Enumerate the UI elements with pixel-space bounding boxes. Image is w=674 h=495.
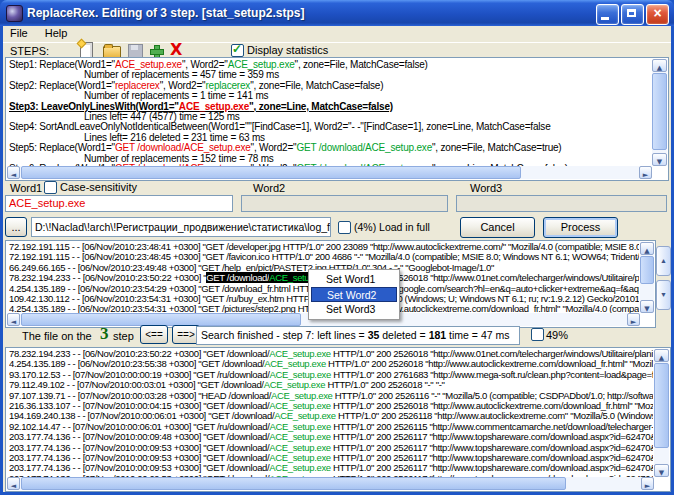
scroll-down-icon: ▼ [657,158,662,166]
word1-label: Word1 [10,182,42,194]
add-step-icon[interactable] [149,44,162,57]
context-menu-item[interactable]: Set Word3 [311,302,397,317]
scroll-down-button[interactable]: ▼ [640,300,654,313]
menu-bar: File Help [3,26,671,43]
menu-help[interactable]: Help [38,26,75,40]
log2-horizontal-scrollbar[interactable]: ◄ ► [7,477,654,490]
load-in-full-checkbox[interactable] [338,221,351,234]
steps-hscroll-thumb[interactable] [21,166,521,179]
log1-vertical-scrollbar[interactable]: ▲ ▼ [640,242,654,313]
scroll-up-icon: ▲ [657,64,662,72]
case-sensitivity-label: Case-sensitivity [60,181,137,193]
scroll-down-button[interactable]: ▼ [654,464,669,477]
scroll-up-button[interactable]: ▲ [654,349,669,362]
context-menu: Set Word1Set Word2Set Word3 [308,269,400,320]
cancel-button[interactable]: Cancel [460,217,535,238]
maximize-icon [627,9,636,17]
checkmark-icon: ✓ [232,42,242,56]
word3-input[interactable] [456,195,667,212]
scroll-up-icon: ▲ [644,247,649,255]
scroll-right-icon: ► [631,318,636,326]
scroll-right-icon: ► [645,482,650,490]
load-in-full-label: (4%) Load in full [354,221,430,233]
word2-label: Word2 [253,182,285,194]
word2-input[interactable] [241,195,448,212]
minimize-button[interactable] [596,4,619,25]
steps-vscroll-thumb[interactable] [652,73,667,150]
close-icon: × [647,5,668,24]
search-status: Search finished - step 7: left lines = 3… [196,326,520,345]
display-statistics-checkbox[interactable]: ✓ [231,44,244,57]
log2-hscroll-thumb[interactable] [21,477,566,490]
word1-input[interactable]: ACE_setup.exe [5,195,233,212]
result-log-text: 78.232.194.233 - - [06/Nov/2010:23:50:22… [9,349,653,477]
pane-up-button[interactable]: ▲ [656,246,671,276]
scroll-down-icon: ▼ [659,469,664,477]
result-log-view[interactable]: 78.232.194.233 - - [06/Nov/2010:23:50:22… [5,347,671,492]
scroll-up-button[interactable]: ▲ [640,242,654,255]
log2-vertical-scrollbar[interactable]: ▲ ▼ [654,349,669,477]
pane-up-icon: ▲ [660,257,667,264]
log2-vscroll-thumb[interactable] [654,363,669,448]
file-path-input[interactable]: D:\!Naclad\!arch\!Регистрации_продвижени… [31,217,331,237]
scroll-right-button[interactable]: ► [639,166,652,179]
scroll-left-icon: ◄ [11,318,16,326]
scroll-left-button[interactable]: ◄ [7,166,20,179]
word3-label: Word3 [470,182,502,194]
pane-down-icon: ▼ [660,291,667,298]
pane-down-button[interactable]: ▼ [656,280,671,310]
steps-list[interactable]: Step1: Replace(Word1="ACE_setup.exe", Wo… [5,57,669,181]
app-icon [6,5,23,22]
browse-button[interactable]: ... [5,217,27,237]
scroll-left-icon: ◄ [11,171,16,179]
step-back-button[interactable]: <== [140,325,168,344]
scroll-up-button[interactable]: ▲ [652,59,667,72]
context-menu-item[interactable]: Set Word2 [311,287,397,302]
steps-horizontal-scrollbar[interactable]: ◄ ► [7,166,652,179]
close-button[interactable]: × [646,4,669,25]
scroll-down-button[interactable]: ▼ [652,153,667,166]
current-step-number: 3 [100,324,109,344]
scroll-down-icon: ▼ [644,305,649,313]
steps-label: STEPS: [10,45,49,57]
steps-list-text: Step1: Replace(Word1="ACE_setup.exe", Wo… [9,60,651,166]
steps-vertical-scrollbar[interactable]: ▲ ▼ [652,59,667,166]
scroll-left-button[interactable]: ◄ [7,477,20,490]
scroll-up-icon: ▲ [659,354,664,362]
display-statistics-label: Display statistics [247,44,328,56]
case-sensitivity-checkbox[interactable] [44,181,57,194]
scroll-right-icon: ► [643,171,648,179]
scroll-right-button[interactable]: ► [627,313,640,326]
process-button[interactable]: Process [543,217,618,238]
delete-step-icon[interactable]: X [170,40,187,56]
percent-checkbox[interactable] [531,328,544,341]
new-steps-icon[interactable] [80,42,93,58]
scroll-right-button[interactable]: ► [641,477,654,490]
title-bar[interactable]: ReplaceRex. Editing of 3 step. [stat_set… [0,0,674,26]
percent-label: 49% [546,329,568,341]
window-title: ReplaceRex. Editing of 3 step. [stat_set… [27,6,304,20]
scroll-left-button[interactable]: ◄ [7,313,20,326]
scroll-left-icon: ◄ [11,482,16,490]
file-on-step-label-prefix: The file on the [22,330,92,342]
minimize-icon [601,17,609,20]
log1-vscroll-thumb[interactable] [640,256,654,284]
menu-file[interactable]: File [3,26,35,40]
maximize-button[interactable] [621,4,644,25]
context-menu-item[interactable]: Set Word1 [311,272,397,287]
file-on-step-label-suffix: step [113,330,134,342]
